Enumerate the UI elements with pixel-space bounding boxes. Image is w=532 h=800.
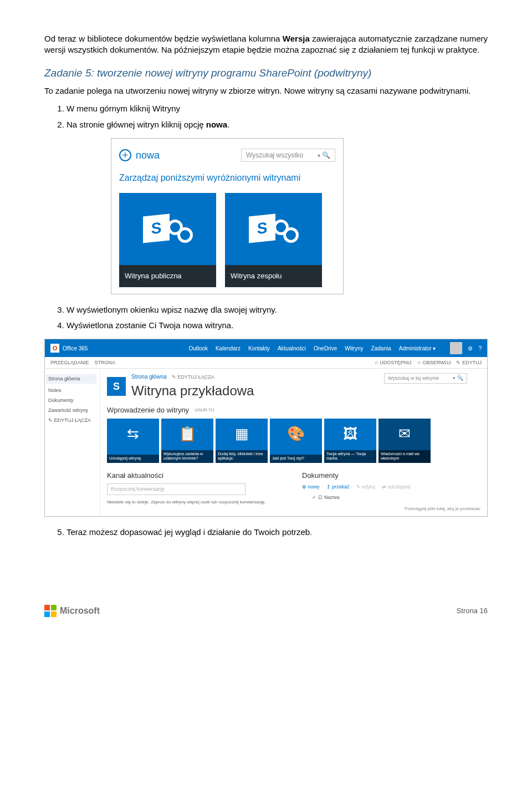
steps-list-b: W wyświetlonym okienku wpisz nazwę dla s…: [66, 304, 488, 332]
leftnav-home[interactable]: Strona główna: [46, 374, 96, 383]
nav-kontakty[interactable]: Kontakty: [248, 345, 270, 353]
search-controls: ▾ 🔍: [318, 151, 330, 160]
sharepoint-icon: S: [107, 377, 126, 396]
step-3: W wyświetlonym okienku wpisz nazwę dla s…: [66, 304, 488, 315]
o365-brand: Office 365: [63, 345, 88, 353]
documents-title: Dokumenty: [302, 471, 480, 481]
search-input[interactable]: Wyszukaj wszystko ▾ 🔍: [241, 149, 335, 162]
clipboard-icon: 📋: [161, 424, 213, 444]
doc-share[interactable]: ⇄ udostępnij: [382, 483, 411, 490]
p1-a: Od teraz w bibliotece dokumentów będzie …: [44, 34, 283, 43]
tile-public-label: Witryna publiczna: [119, 265, 216, 287]
tile-team-site[interactable]: S Witryna zespołu: [225, 193, 322, 287]
tile-style[interactable]: 🎨Jaki jest Twój styl?: [270, 419, 322, 463]
nav-witryny[interactable]: Witryny: [345, 345, 363, 353]
image-icon: 🖼: [324, 424, 376, 444]
apps-icon: ▦: [216, 424, 268, 444]
nav-outlook[interactable]: Outlook: [188, 345, 207, 353]
breadcrumb[interactable]: Strona główna: [131, 374, 167, 380]
search-placeholder: Wyszukaj wszystko: [246, 151, 303, 160]
edit-links[interactable]: ✎ EDYTUJ ŁĄCZA: [172, 374, 214, 380]
remove-this-link[interactable]: USUŃ TO: [195, 407, 214, 414]
conversation-input[interactable]: Rozpocznij konwersację: [107, 483, 245, 495]
step-2a: Na stronie głównej witryn kliknij opcję: [66, 120, 206, 129]
gear-icon[interactable]: ⚙: [468, 345, 473, 353]
tile-brand[interactable]: 🖼Twoja witryna — Twoja marka.: [324, 419, 376, 463]
palette-icon: 🎨: [270, 424, 322, 444]
paragraph-2: To zadanie polega na utworzeniu nowej wi…: [44, 85, 488, 96]
doc-name-header: ✓ 🗋 Nazwa: [312, 494, 480, 501]
action-udostepnij[interactable]: ☆ UDOSTĘPNIJ: [374, 359, 412, 366]
page-title: Witryna przykładowa: [131, 382, 254, 400]
tile-email[interactable]: ✉Wiadomości e-mail we właściwym: [378, 419, 431, 463]
newsfeed-empty-note: Niewiele się tu dzieje. Zaproś do witryn…: [107, 500, 285, 506]
step-2: Na stronie głównej witryn kliknij opcję …: [66, 119, 488, 130]
left-nav: Strona główna Notes Dokumenty Zawartość …: [45, 369, 100, 516]
microsoft-logo-icon: [44, 605, 57, 617]
plus-icon: +: [119, 149, 131, 161]
doc-upload[interactable]: ↥ przekaż: [326, 483, 350, 490]
o365-nav: Outlook Kalendarz Kontakty Aktualności O…: [188, 342, 482, 354]
doc-new[interactable]: ⊕ nowy: [302, 483, 320, 490]
intro-title: Wprowadzenie do witryny: [107, 405, 189, 415]
nav-admin[interactable]: Administrator ▾: [399, 345, 436, 353]
tab-przegladanie[interactable]: PRZEGLĄDANIE: [50, 359, 89, 366]
page-footer: Microsoft Strona 16: [44, 605, 488, 617]
nav-aktualnosci[interactable]: Aktualności: [278, 345, 306, 353]
microsoft-text: Microsoft: [60, 605, 100, 617]
manage-sites-heading: Zarządzaj poniższymi wyróżnionymi witryn…: [119, 172, 335, 184]
nav-zadania[interactable]: Zadania: [371, 345, 391, 353]
search-icon: ▾ 🔍: [453, 375, 463, 381]
site-search-input[interactable]: Wyszukaj w tej witrynie ▾ 🔍: [384, 373, 467, 383]
step-5: Teraz możesz dopasować jej wygląd i dzia…: [66, 527, 488, 538]
share-icon: ⇆: [107, 424, 159, 444]
leftnav-notes[interactable]: Notes: [48, 387, 96, 394]
tile-public-site[interactable]: S Witryna publiczna: [119, 193, 216, 287]
tile-deadline[interactable]: 📋Wykonujesz zadania w ustalonym terminie…: [161, 419, 213, 463]
ribbon-bar: PRZEGLĄDANIE STRONA ☆ UDOSTĘPNIJ ☆ OBSER…: [45, 357, 487, 369]
step-2c: .: [227, 120, 229, 129]
screenshot-site-page: O Office 365 Outlook Kalendarz Kontakty …: [44, 339, 488, 517]
sharepoint-icon: S: [143, 210, 193, 248]
sharepoint-icon: S: [249, 210, 299, 248]
intro-tiles: ⇆Udostępnij witrynę. 📋Wykonujesz zadania…: [107, 419, 480, 463]
step-1: W menu górnym kliknij Witryny: [66, 103, 488, 114]
mail-icon: ✉: [378, 424, 431, 444]
steps-list-a: W menu górnym kliknij Witryny Na stronie…: [66, 103, 488, 130]
p1-bold: Wersja: [283, 34, 310, 43]
tile-add-apps[interactable]: ▦Dodaj listy, biblioteki i inne aplikacj…: [216, 419, 268, 463]
task-heading: Zadanie 5: tworzenie nowej witryny progr…: [44, 66, 488, 80]
newsfeed-title: Kanał aktualności: [107, 471, 285, 481]
steps-list-c: Teraz możesz dopasować jej wygląd i dzia…: [66, 527, 488, 538]
office-logo-icon: O: [50, 344, 59, 353]
new-site-button[interactable]: + nowa: [119, 149, 160, 162]
action-edytuj[interactable]: ✎ EDYTUJ: [456, 359, 482, 366]
microsoft-logo: Microsoft: [44, 605, 100, 617]
help-icon[interactable]: ?: [478, 345, 482, 353]
tile-team-label: Witryna zespołu: [225, 265, 322, 287]
step-4: Wyświetlona zostanie Ci Twoja nowa witry…: [66, 320, 488, 331]
leftnav-dokumenty[interactable]: Dokumenty: [48, 397, 96, 404]
tab-strona[interactable]: STRONA: [95, 359, 116, 366]
step-2b: nowa: [206, 120, 227, 129]
avatar[interactable]: [450, 342, 462, 354]
leftnav-zawartosc[interactable]: Zawartość witryny: [48, 407, 96, 414]
paragraph-1: Od teraz w bibliotece dokumentów będzie …: [44, 33, 488, 56]
screenshot-sites-panel: + nowa Wyszukaj wszystko ▾ 🔍 Zarządzaj p…: [111, 138, 344, 294]
o365-top-bar: O Office 365 Outlook Kalendarz Kontakty …: [45, 339, 487, 357]
nowa-label: nowa: [136, 149, 160, 162]
site-search-placeholder: Wyszukaj w tej witrynie: [388, 375, 439, 381]
nav-onedrive[interactable]: OneDrive: [314, 345, 337, 353]
leftnav-edytuj[interactable]: ✎ EDYTUJ ŁĄCZA: [48, 417, 96, 424]
doc-edit[interactable]: ✎ edytuj: [356, 483, 376, 490]
tile-share-site[interactable]: ⇆Udostępnij witrynę.: [107, 419, 159, 463]
page-number: Strona 16: [457, 606, 488, 616]
drag-here-note: Przeciągnij pliki tutaj, aby je przekaza…: [302, 506, 480, 512]
nav-kalendarz[interactable]: Kalendarz: [216, 345, 241, 353]
action-obserwuj[interactable]: ☆ OBSERWUJ: [417, 359, 451, 366]
